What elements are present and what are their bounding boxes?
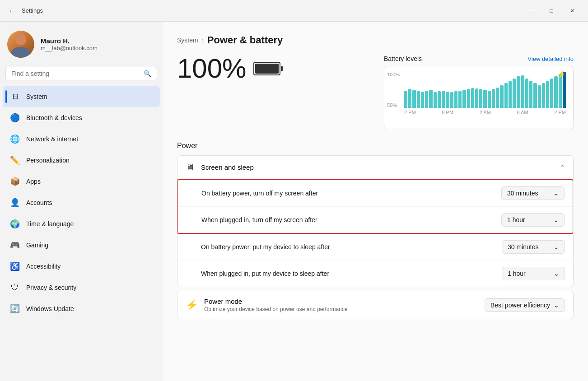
power-mode-dropdown[interactable]: Best power efficiency ⌄ bbox=[485, 298, 565, 312]
sidebar-item-system[interactable]: 🖥 System bbox=[3, 86, 160, 107]
chart-bar bbox=[509, 81, 512, 108]
close-button[interactable]: ✕ bbox=[562, 4, 583, 18]
chart-y-labels: 100% 50% bbox=[387, 72, 400, 108]
screen-battery-label: On battery power, turn off my screen aft… bbox=[201, 190, 496, 197]
sidebar-item-accessibility[interactable]: ♿ Accessibility bbox=[3, 256, 160, 277]
chart-bar bbox=[450, 92, 453, 108]
chevron-down-icon: ⌄ bbox=[554, 270, 559, 277]
power-mode-text: Power mode Optimize your device based on… bbox=[204, 297, 478, 312]
privacy-icon: 🛡 bbox=[10, 283, 20, 293]
sidebar-item-privacy[interactable]: 🛡 Privacy & security bbox=[3, 277, 160, 298]
sidebar-item-bluetooth[interactable]: 🔵 Bluetooth & devices bbox=[3, 107, 160, 128]
titlebar: ← Settings ─ □ ✕ bbox=[0, 0, 588, 22]
chart-bars bbox=[404, 72, 566, 108]
screen-sleep-header[interactable]: 🖥 Screen and sleep ⌃ bbox=[177, 156, 573, 179]
sidebar-item-label: Accounts bbox=[26, 199, 52, 206]
chart-bar bbox=[475, 88, 478, 108]
sidebar-item-label: Gaming bbox=[26, 242, 48, 249]
sleep-plugged-label: When plugged in, put my device to sleep … bbox=[201, 270, 496, 277]
sidebar-item-accounts[interactable]: 👤 Accounts bbox=[3, 192, 160, 213]
sleep-battery-value: 30 minutes bbox=[508, 243, 538, 251]
battery-fill bbox=[255, 64, 279, 74]
search-input[interactable] bbox=[11, 70, 140, 77]
chart-bar bbox=[559, 74, 562, 108]
sidebar-item-gaming[interactable]: 🎮 Gaming bbox=[3, 235, 160, 256]
battery-section: 100% Battery levels View detailed info ⚡… bbox=[177, 55, 574, 129]
sidebar-item-personalization[interactable]: ✏️ Personalization bbox=[3, 150, 160, 171]
sleep-battery-dropdown[interactable]: 30 minutes ⌄ bbox=[502, 240, 565, 254]
screen-plugged-dropdown[interactable]: 1 hour ⌄ bbox=[501, 213, 565, 227]
screen-battery-value: 30 minutes bbox=[507, 190, 538, 197]
breadcrumb: System › Power & battery bbox=[177, 34, 574, 46]
gaming-icon: 🎮 bbox=[10, 240, 20, 250]
chart-bar bbox=[412, 90, 415, 108]
user-email: m__lab@outlook.com bbox=[41, 45, 98, 51]
battery-icon bbox=[253, 62, 280, 75]
chart-bar bbox=[529, 81, 532, 108]
chart-bar bbox=[425, 91, 428, 108]
charge-indicator: ⚡ bbox=[557, 70, 566, 79]
nav-menu: 🖥 System 🔵 Bluetooth & devices 🌐 Network… bbox=[0, 86, 163, 320]
sidebar-item-label: Time & language bbox=[26, 220, 74, 228]
chart-bar bbox=[442, 91, 445, 108]
sidebar: Mauro H. m__lab@outlook.com 🔍 🖥 System 🔵… bbox=[0, 22, 163, 381]
battery-icon-wrap bbox=[253, 62, 280, 75]
sidebar-item-time[interactable]: 🌍 Time & language bbox=[3, 214, 160, 234]
search-icon: 🔍 bbox=[144, 70, 151, 77]
content-area: System › Power & battery 100% Battery le… bbox=[163, 22, 588, 381]
chart-bar bbox=[471, 88, 474, 108]
sidebar-item-update[interactable]: 🔄 Windows Update bbox=[3, 298, 160, 319]
sidebar-item-label: Windows Update bbox=[26, 305, 74, 312]
power-mode-card: ⚡ Power mode Optimize your device based … bbox=[177, 291, 574, 319]
sleep-plugged-dropdown[interactable]: 1 hour ⌄ bbox=[502, 267, 565, 280]
user-profile: Mauro H. m__lab@outlook.com bbox=[0, 22, 163, 65]
chart-bar bbox=[504, 83, 508, 108]
screen-plugged-row: When plugged in, turn off my screen afte… bbox=[178, 207, 573, 233]
chevron-down-icon: ⌄ bbox=[554, 302, 559, 309]
sidebar-item-apps[interactable]: 📦 Apps bbox=[3, 171, 160, 192]
chart-bar bbox=[488, 91, 491, 108]
chart-bar bbox=[429, 90, 432, 108]
screen-sleep-settings: On battery power, turn off my screen aft… bbox=[177, 179, 573, 287]
battery-percent: 100% bbox=[177, 55, 246, 82]
power-mode-desc: Optimize your device based on power use … bbox=[204, 306, 478, 312]
maximize-button[interactable]: □ bbox=[541, 4, 562, 18]
minimize-button[interactable]: ─ bbox=[520, 4, 541, 18]
sidebar-item-label: Accessibility bbox=[26, 263, 61, 270]
chart-header: Battery levels View detailed info bbox=[384, 55, 574, 62]
sleep-plugged-row: When plugged in, put my device to sleep … bbox=[177, 260, 573, 287]
apps-icon: 📦 bbox=[10, 177, 20, 186]
user-name: Mauro H. bbox=[41, 37, 98, 45]
screen-battery-dropdown[interactable]: 30 minutes ⌄ bbox=[501, 186, 565, 200]
personalization-icon: ✏️ bbox=[10, 155, 20, 165]
battery-chart: ⚡ 100% 50% 2 PM 8 PM 2 AM 8 AM 2 PM bbox=[384, 66, 574, 129]
chart-bar bbox=[479, 89, 482, 108]
chart-bar bbox=[421, 92, 424, 108]
sidebar-item-label: Personalization bbox=[26, 157, 70, 164]
view-detailed-info-link[interactable]: View detailed info bbox=[527, 56, 574, 62]
chevron-down-icon: ⌄ bbox=[553, 190, 559, 197]
sidebar-item-label: System bbox=[26, 93, 47, 100]
battery-chart-section: Battery levels View detailed info ⚡ 100%… bbox=[384, 55, 574, 129]
screen-sleep-card: 🖥 Screen and sleep ⌃ On battery power, t… bbox=[177, 155, 574, 287]
chart-bar bbox=[458, 91, 462, 108]
chart-bar bbox=[404, 91, 407, 108]
power-mode-icon: ⚡ bbox=[186, 299, 198, 311]
window-controls: ─ □ ✕ bbox=[520, 4, 583, 18]
sidebar-item-network[interactable]: 🌐 Network & internet bbox=[3, 129, 160, 149]
chart-bar bbox=[525, 79, 528, 108]
network-icon: 🌐 bbox=[10, 134, 20, 144]
chart-bar bbox=[517, 76, 520, 108]
sleep-battery-label: On battery power, put my device to sleep… bbox=[201, 243, 496, 251]
system-icon: 🖥 bbox=[10, 92, 20, 102]
back-button[interactable]: ← bbox=[5, 5, 18, 17]
power-section-title: Power bbox=[177, 142, 574, 150]
chart-bar bbox=[483, 90, 486, 108]
search-box[interactable]: 🔍 bbox=[5, 67, 157, 80]
screen-sleep-icon: 🖥 bbox=[186, 162, 195, 172]
highlighted-rows: On battery power, turn off my screen aft… bbox=[177, 179, 574, 234]
breadcrumb-separator: › bbox=[202, 37, 204, 43]
chart-bar bbox=[542, 83, 545, 108]
power-mode-title: Power mode bbox=[204, 297, 478, 305]
chart-bar bbox=[500, 85, 503, 108]
